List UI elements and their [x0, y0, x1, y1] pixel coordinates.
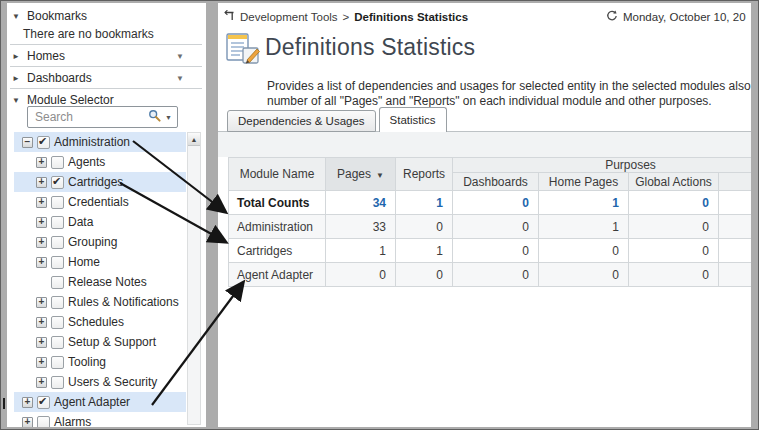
checkbox-unchecked[interactable] — [51, 256, 64, 269]
checkbox-unchecked[interactable] — [51, 216, 64, 229]
checkbox-unchecked[interactable] — [51, 316, 64, 329]
tree-item-tooling[interactable]: + Tooling — [14, 352, 186, 372]
tree-item-agent-adapter[interactable]: + ✔ Agent Adapter — [14, 392, 186, 412]
expand-icon[interactable]: + — [36, 337, 47, 348]
column-header-global-actions[interactable]: Global Actions — [629, 173, 719, 191]
cell-value: 0 — [326, 263, 396, 287]
checkbox-unchecked[interactable] — [51, 356, 64, 369]
tab-dependencies-usages[interactable]: Dependencies & Usages — [227, 110, 376, 132]
expand-icon[interactable]: + — [22, 417, 33, 428]
breadcrumb-separator: > — [343, 11, 350, 23]
checkbox-unchecked[interactable] — [51, 376, 64, 389]
search-icon[interactable] — [148, 108, 161, 126]
expand-icon[interactable]: + — [36, 157, 47, 168]
section-label: Bookmarks — [27, 9, 87, 23]
table-row-cartridges: Cartridges 1 1 0 0 0 — [229, 239, 752, 263]
row-label: Administration — [229, 215, 326, 239]
chevron-right-icon: ► — [11, 74, 21, 83]
expand-icon[interactable]: + — [36, 317, 47, 328]
column-header-module-name[interactable]: Module Name — [229, 158, 326, 191]
tab-statistics[interactable]: Statistics — [379, 107, 447, 132]
checkbox-unchecked[interactable] — [51, 336, 64, 349]
app-window: ▼ Bookmarks There are no bookmarks ► Hom… — [0, 0, 759, 430]
tree-item-users-security[interactable]: + Users & Security — [14, 372, 186, 392]
divider — [10, 44, 202, 45]
scroll-up-icon[interactable]: ▲ — [188, 133, 200, 146]
checkbox-unchecked[interactable] — [51, 196, 64, 209]
tree-item-cartridges[interactable]: + ✔ Cartridges — [14, 172, 186, 192]
cell-value: 0 — [539, 239, 629, 263]
checkbox-unchecked[interactable] — [37, 416, 50, 428]
total-pages-link[interactable]: 34 — [326, 191, 396, 215]
tree-item-release-notes[interactable]: Release Notes — [14, 272, 186, 292]
checkbox-unchecked[interactable] — [51, 296, 64, 309]
tree-item-label: Alarms — [54, 415, 91, 427]
tree-item-schedules[interactable]: + Schedules — [14, 312, 186, 332]
tree-item-rules-notifications[interactable]: + Rules & Notifications — [14, 292, 186, 312]
cell-value: 0 — [396, 215, 453, 239]
datetime-text[interactable]: Monday, October 10, 20 — [623, 11, 746, 23]
tree-item-agents[interactable]: + Agents — [14, 152, 186, 172]
tree-item-label: Users & Security — [68, 375, 157, 389]
chevron-down-icon: ▼ — [11, 96, 21, 105]
sidebar-section-dashboards[interactable]: ► Dashboards ▼ — [7, 69, 206, 87]
total-home-pages-link[interactable]: 1 — [539, 191, 629, 215]
column-header-reports[interactable]: Reports — [396, 158, 453, 191]
cell-value: 0 — [453, 263, 539, 287]
search-options-dropdown-icon[interactable]: ▼ — [165, 114, 172, 121]
tree-item-label: Data — [68, 215, 93, 229]
total-reports-link[interactable]: 1 — [396, 191, 453, 215]
column-header-home-pages[interactable]: Home Pages — [539, 173, 629, 191]
collapse-icon[interactable]: − — [22, 137, 33, 148]
main-panel: Development Tools > Definitions Statisti… — [218, 3, 751, 427]
checkbox-checked[interactable]: ✔ — [37, 396, 50, 409]
checkmark-icon: ✔ — [52, 175, 61, 188]
dropdown-icon[interactable]: ▼ — [176, 52, 184, 61]
tree-item-label: Grouping — [68, 235, 117, 249]
statistics-table: Module Name Pages▼ Reports Purposes Dash… — [228, 157, 751, 287]
column-header-clipped[interactable]: G — [719, 173, 752, 191]
checkbox-unchecked[interactable] — [51, 236, 64, 249]
column-header-pages[interactable]: Pages▼ — [326, 158, 396, 191]
cell-value: 0 — [539, 263, 629, 287]
checkbox-checked[interactable]: ✔ — [51, 176, 64, 189]
expand-icon[interactable]: + — [36, 197, 47, 208]
dropdown-icon[interactable]: ▼ — [176, 74, 184, 83]
sidebar-section-homes[interactable]: ► Homes ▼ — [7, 47, 206, 65]
tree-item-administration[interactable]: − ✔ Administration — [14, 132, 186, 152]
column-header-label: Pages — [337, 167, 371, 181]
tree-item-label: Home — [68, 255, 100, 269]
cell-value: 0 — [396, 263, 453, 287]
expand-icon[interactable]: + — [36, 237, 47, 248]
tree-item-credentials[interactable]: + Credentials — [14, 192, 186, 212]
sidebar-section-bookmarks[interactable]: ▼ Bookmarks — [7, 7, 206, 25]
tree-item-grouping[interactable]: + Grouping — [14, 232, 186, 252]
expand-icon[interactable]: + — [36, 377, 47, 388]
breadcrumb-root[interactable]: Development Tools — [240, 11, 338, 23]
expand-icon[interactable]: + — [36, 257, 47, 268]
tree-item-home[interactable]: + Home — [14, 252, 186, 272]
checkmark-icon: ✔ — [38, 135, 47, 148]
expand-icon[interactable]: + — [36, 357, 47, 368]
expand-icon[interactable]: + — [36, 177, 47, 188]
time-range-icon[interactable] — [606, 10, 618, 24]
tree-item-alarms[interactable]: + Alarms — [14, 412, 186, 427]
section-label: Module Selector — [27, 93, 114, 107]
tree-scrollbar[interactable]: ▲ — [187, 132, 201, 425]
checkbox-unchecked[interactable] — [51, 156, 64, 169]
checkbox-unchecked[interactable] — [51, 276, 64, 289]
checkbox-checked[interactable]: ✔ — [37, 136, 50, 149]
total-global-actions-link[interactable]: 0 — [629, 191, 719, 215]
total-dashboards-link[interactable]: 0 — [453, 191, 539, 215]
up-level-icon[interactable] — [224, 10, 235, 23]
expand-icon[interactable]: + — [36, 297, 47, 308]
cell-value: 1 — [539, 215, 629, 239]
search-input[interactable]: Search ▼ — [27, 106, 178, 128]
expand-icon[interactable]: + — [22, 397, 33, 408]
cursor-artifact — [3, 398, 5, 409]
expand-icon[interactable]: + — [36, 217, 47, 228]
column-header-dashboards[interactable]: Dashboards — [453, 173, 539, 191]
tree-item-data[interactable]: + Data — [14, 212, 186, 232]
cell-value: 1 — [396, 239, 453, 263]
tree-item-setup-support[interactable]: + Setup & Support — [14, 332, 186, 352]
